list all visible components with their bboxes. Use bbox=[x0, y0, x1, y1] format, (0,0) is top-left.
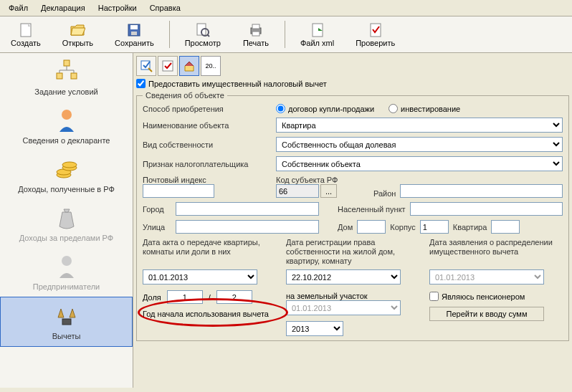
open-button[interactable]: Открыть bbox=[54, 19, 101, 49]
new-file-icon bbox=[17, 21, 34, 39]
ownership-select[interactable]: Собственность общая долевая bbox=[276, 137, 563, 152]
sidebar-item-income-abroad[interactable]: Доходы за пределами РФ bbox=[0, 199, 133, 248]
sidebar-item-conditions[interactable]: Задание условий bbox=[0, 53, 133, 102]
reg-date-select[interactable]: 22.10.2012 bbox=[286, 269, 401, 285]
printer-icon bbox=[247, 21, 264, 39]
menu-settings[interactable]: Настройки bbox=[92, 1, 143, 14]
acquisition-label: Способ приобретения bbox=[143, 105, 272, 113]
sidebar: Задание условий Сведения о декларанте До… bbox=[0, 53, 133, 388]
land-date-label: на земельный участок bbox=[286, 292, 419, 300]
reg-date-label: Дата регистрации права собственности на … bbox=[286, 238, 419, 267]
taxpayer-label: Признак налогоплательщика bbox=[143, 160, 272, 168]
menu-help[interactable]: Справка bbox=[144, 1, 186, 14]
share-den-input[interactable] bbox=[216, 290, 252, 304]
share-num-input[interactable] bbox=[167, 290, 203, 304]
sidebar-label: Вычеты bbox=[52, 332, 81, 340]
svg-rect-3 bbox=[131, 32, 137, 35]
postal-input[interactable] bbox=[143, 184, 214, 198]
mini-btn-house[interactable] bbox=[179, 56, 199, 76]
save-label: Сохранить bbox=[115, 39, 154, 47]
mini-btn-checkbox-pencil[interactable] bbox=[136, 56, 156, 76]
app-date-select[interactable]: 01.01.2013 bbox=[429, 269, 544, 285]
street-label: Улица bbox=[143, 223, 171, 231]
open-folder-icon bbox=[69, 21, 86, 39]
city-label: Город bbox=[143, 205, 171, 214]
year-select[interactable]: 2013 bbox=[286, 321, 343, 336]
svg-rect-25 bbox=[62, 319, 71, 325]
menu-declaration[interactable]: Декларация bbox=[35, 1, 91, 14]
check-button[interactable]: Проверить bbox=[348, 19, 403, 49]
floppy-icon bbox=[125, 21, 143, 39]
print-button[interactable]: Печать bbox=[234, 19, 277, 49]
provide-deduction-label: Предоставить имущественный налоговый выч… bbox=[148, 80, 327, 88]
building-input[interactable] bbox=[420, 220, 449, 234]
sidebar-item-entrepreneurs[interactable]: Предприниматели bbox=[0, 248, 133, 297]
toolbar: Создать Открыть Сохранить Просмотр Печат… bbox=[0, 16, 572, 53]
object-fieldset: Сведения об объекте Способ приобретения … bbox=[136, 91, 569, 341]
object-name-label: Наименование объекта bbox=[143, 121, 272, 130]
svg-point-19 bbox=[62, 110, 72, 120]
mini-btn-object[interactable]: 20.. bbox=[201, 56, 221, 76]
provide-deduction-row: Предоставить имущественный налоговый выч… bbox=[136, 79, 569, 88]
briefcase-person-icon bbox=[54, 254, 80, 279]
flat-label: Квартира bbox=[453, 223, 487, 231]
sidebar-label: Сведения о декларанте bbox=[23, 136, 110, 145]
preview-label: Просмотр bbox=[185, 39, 221, 47]
sidebar-label: Задание условий bbox=[34, 87, 97, 96]
settlement-input[interactable] bbox=[410, 202, 563, 216]
region-label: Район bbox=[373, 189, 396, 198]
person-icon bbox=[54, 107, 80, 133]
share-sep: / bbox=[209, 293, 211, 302]
toolbar-separator bbox=[169, 21, 170, 48]
act-date-label: Дата акта о передаче квартиры, комнаты и… bbox=[143, 238, 276, 267]
sidebar-label: Предприниматели bbox=[33, 282, 100, 291]
app-date-label: Дата заявления о распределении имуществе… bbox=[429, 238, 563, 267]
mini-btn-check-red[interactable] bbox=[158, 56, 178, 76]
xml-label: Файл xml bbox=[300, 39, 334, 47]
preview-button[interactable]: Просмотр bbox=[177, 19, 229, 49]
flat-input[interactable] bbox=[491, 220, 520, 234]
svg-point-24 bbox=[62, 256, 72, 266]
provide-deduction-checkbox[interactable] bbox=[136, 79, 146, 88]
object-name-select[interactable]: Квартира bbox=[276, 118, 563, 133]
subject-code-input bbox=[276, 184, 319, 198]
pensioner-checkbox[interactable] bbox=[429, 292, 439, 301]
svg-rect-8 bbox=[252, 24, 259, 29]
svg-rect-28 bbox=[163, 61, 173, 71]
house-input[interactable] bbox=[357, 220, 386, 234]
svg-rect-14 bbox=[71, 73, 77, 79]
check-page-icon bbox=[367, 21, 384, 39]
sidebar-label: Доходы за пределами РФ bbox=[19, 234, 113, 242]
radio-invest[interactable]: инвестирование bbox=[389, 104, 460, 113]
svg-point-23 bbox=[62, 162, 77, 168]
menu-file[interactable]: Файл bbox=[3, 1, 34, 14]
sidebar-item-income-rf[interactable]: Доходы, полученные в РФ bbox=[0, 150, 133, 199]
xml-file-icon bbox=[309, 21, 326, 39]
svg-line-6 bbox=[207, 34, 209, 37]
sidebar-item-deductions[interactable]: Вычеты bbox=[0, 297, 133, 347]
city-input[interactable] bbox=[176, 202, 319, 216]
year-start-label: Год начала использования вычета bbox=[143, 310, 276, 318]
subject-code-browse[interactable]: ... bbox=[320, 184, 337, 198]
sidebar-item-declarant[interactable]: Сведения о декларанте bbox=[0, 102, 133, 150]
street-input[interactable] bbox=[176, 220, 319, 234]
save-button[interactable]: Сохранить bbox=[107, 19, 162, 49]
svg-rect-13 bbox=[57, 73, 62, 79]
fieldset-legend: Сведения об объекте bbox=[143, 91, 227, 100]
goto-sums-button[interactable]: Перейти к вводу сумм bbox=[429, 307, 544, 321]
svg-rect-12 bbox=[64, 60, 70, 66]
create-button[interactable]: Создать bbox=[3, 19, 49, 49]
house-label: Дом bbox=[338, 223, 353, 231]
xml-button[interactable]: Файл xml bbox=[292, 19, 342, 49]
mini-toolbar: 20.. bbox=[136, 56, 569, 76]
svg-rect-9 bbox=[252, 32, 259, 36]
radio-contract[interactable]: договор купли-продажи bbox=[276, 104, 374, 113]
land-date-select[interactable]: 01.01.2013 bbox=[286, 300, 401, 315]
act-date-select[interactable]: 01.01.2013 bbox=[143, 269, 257, 285]
region-input[interactable] bbox=[400, 184, 563, 198]
taxpayer-select[interactable]: Собственник объекта bbox=[276, 156, 563, 171]
money-bag-icon bbox=[54, 205, 80, 231]
check-label: Проверить bbox=[356, 39, 395, 47]
coins-icon bbox=[54, 156, 80, 182]
open-label: Открыть bbox=[62, 39, 93, 47]
